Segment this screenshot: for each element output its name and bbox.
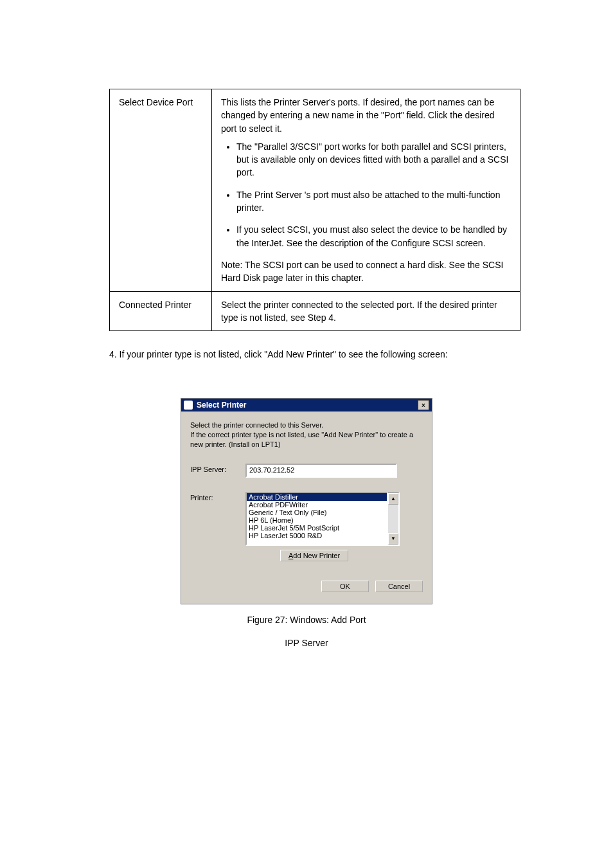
ipp-server-label: IPP Server: — [190, 464, 245, 473]
scroll-down-icon[interactable]: ▼ — [388, 533, 398, 545]
dialog-description: Select the printer connected to this Ser… — [190, 420, 423, 449]
row1-right: This lists the Printer Server's ports. I… — [212, 89, 520, 292]
step4-text: 4. If your printer type is not listed, c… — [109, 349, 568, 359]
list-item[interactable]: Acrobat PDFWriter — [247, 501, 387, 509]
scroll-track[interactable] — [388, 505, 398, 533]
scroll-up-icon[interactable]: ▲ — [388, 493, 398, 505]
row1-intro: This lists the Printer Server's ports. I… — [221, 96, 511, 135]
printer-listbox[interactable]: Acrobat Distiller Acrobat PDFWriter Gene… — [245, 492, 388, 546]
cancel-button[interactable]: Cancel — [375, 581, 423, 592]
list-item[interactable]: HP LaserJet 5000 R&D — [247, 532, 387, 539]
row1-bullet-3: If you select SCSI, you must also select… — [236, 223, 511, 249]
ipp-server-field[interactable]: 203.70.212.52 — [245, 464, 397, 478]
dialog-titlebar[interactable]: Select Printer × — [181, 399, 432, 411]
ok-button[interactable]: OK — [321, 581, 369, 592]
list-item[interactable]: HP LaserJet 5/5M PostScript — [247, 524, 387, 532]
row2-left: Connected Printer — [110, 291, 212, 331]
list-scrollbar[interactable]: ▲ ▼ — [388, 492, 400, 546]
printer-label: Printer: — [190, 492, 245, 502]
row1-note: Note: The SCSI port can be used to conne… — [221, 258, 511, 285]
row1-left: Select Device Port — [110, 89, 212, 292]
row2-right: Select the printer connected to the sele… — [212, 291, 520, 331]
row1-bullet-1: The "Parallel 3/SCSI" port works for bot… — [236, 140, 511, 179]
close-button[interactable]: × — [418, 400, 429, 410]
dialog-title: Select Printer — [197, 401, 246, 410]
list-item[interactable]: Acrobat Distiller — [247, 493, 387, 501]
list-item[interactable]: HP 6L (Home) — [247, 516, 387, 524]
printer-icon — [184, 401, 193, 410]
list-item[interactable]: Generic / Text Only (File) — [247, 509, 387, 516]
close-icon: × — [422, 402, 425, 409]
figure-caption: Figure 27: Windows: Add Port — [45, 615, 568, 625]
ipp-server-caption: IPP Server — [45, 638, 568, 648]
select-printer-dialog: Select Printer × Select the printer conn… — [181, 398, 432, 604]
add-new-printer-button[interactable]: Add New Printer — [280, 550, 348, 561]
row1-bullet-2: The Print Server 's port must also be at… — [236, 188, 511, 215]
info-table: Select Device Port This lists the Printe… — [109, 89, 520, 331]
